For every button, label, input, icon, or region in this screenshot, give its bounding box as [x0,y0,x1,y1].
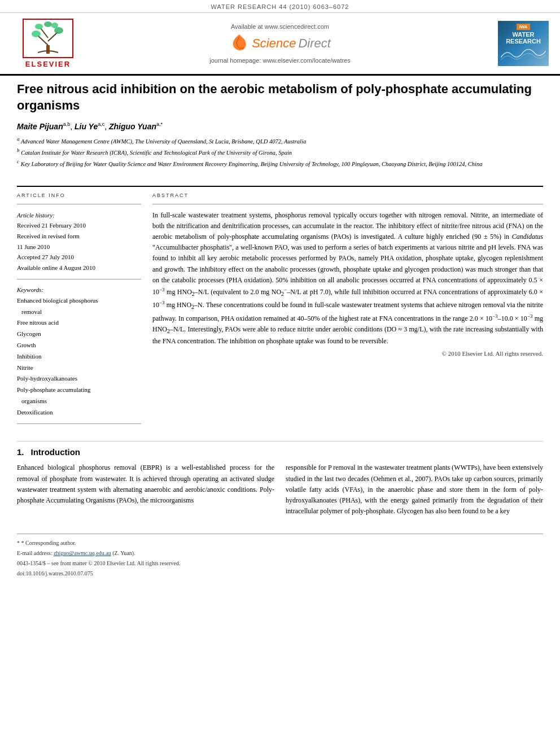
accepted-text: Accepted 27 July 2010 [17,252,141,263]
introduction-section: 1. Introduction Enhanced biological phos… [17,441,543,517]
elsevier-logo-area: ELSEVIER [11,19,85,68]
keywords-label: Keywords: [17,286,141,293]
wr-iwa-badge: IWA [517,24,530,30]
section-number: 1. [17,447,24,457]
keyword-7: Poly-hydroxyalkanoates [17,373,141,385]
journal-homepage-text: journal homepage: www.elsevier.com/locat… [85,57,475,64]
affiliations: a Advanced Water Management Centre (AWMC… [17,136,543,169]
authors-line: Maite Pijuana,b, Liu Yea,c, Zhiguo Yuana… [17,121,543,131]
received2-date-text: 11 June 2010 [17,242,141,252]
section-title: Introduction [31,447,80,457]
keyword-1: Enhanced biological phosphorus [17,295,141,307]
intro-body: Enhanced biological phosphorus removal (… [17,462,543,517]
affiliation-3-text: Key Laboratory of Beijing for Water Qual… [21,161,483,167]
author1-name: Maite Pijuan [17,122,63,131]
author-email[interactable]: zhiguo@awmc.uq.edu.au [54,550,111,556]
water-research-logo-area: IWA WATERRESEARCH [475,21,549,66]
abstract-header: ABSTRACT [152,193,543,198]
journal-citation: WATER RESEARCH 44 (2010) 6063–6072 [211,3,349,10]
article-title: Free nitrous acid inhibition on the aero… [17,81,543,113]
title-section: Free nitrous acid inhibition on the aero… [17,81,543,179]
abstract-text: In full-scale wastewater treatment syste… [152,210,543,347]
keywords-section: Keywords: Enhanced biological phosphorus… [17,286,141,418]
affiliation-1: a Advanced Water Management Centre (AWMC… [17,136,543,146]
article-history: Article history: Received 21 February 20… [17,210,141,273]
corresponding-author-note: * * Corresponding author. [17,539,543,548]
history-label: Article history: [17,210,141,221]
abstract-col: ABSTRACT In full-scale wastewater treatm… [152,193,543,430]
affiliation-1-text: Advanced Water Management Centre (AWMC),… [21,138,306,144]
svg-point-4 [32,30,41,37]
keywords-bottom-rule [17,423,141,424]
sd-brand-science: Science [252,36,296,51]
keyword-3: Glycogen [17,329,141,340]
sciencedirect-logo: ScienceDirect [85,33,475,54]
author3-sup: a,* [156,121,163,127]
elsevier-tree-icon [23,19,73,58]
author1-sup: a,b [63,121,71,127]
received1-text: Received 21 February 2010 [17,220,141,231]
water-research-logo: IWA WATERRESEARCH [498,21,549,66]
title-divider [17,186,543,187]
author2-name: Liu Ye [75,122,98,131]
affiliation-3: c Key Laboratory of Beijing for Water Qu… [17,158,543,168]
svg-rect-0 [46,45,50,54]
author2-sup: a,c [98,121,104,127]
available-at-text: Available at www.sciencedirect.com [85,23,475,30]
elsevier-logo: ELSEVIER [11,19,85,68]
page-header: ELSEVIER Available at www.sciencedirect.… [0,13,560,76]
intro-col1-text: Enhanced biological phosphorus removal (… [17,462,274,506]
keyword-1b: removal [17,307,141,318]
article-info-col: ARTICLE INFO Article history: Received 2… [17,193,141,430]
keyword-8b: organisms [17,396,141,407]
article-info-abstract: ARTICLE INFO Article history: Received 2… [17,193,543,430]
svg-point-6 [35,24,43,29]
intro-col2-text: responsible for P removal in the wastewa… [286,462,543,517]
keyword-2: Free nitrous acid [17,317,141,329]
intro-col1: Enhanced biological phosphorus removal (… [17,462,274,517]
email-line: E-mail address: zhiguo@awmc.uq.edu.au (Z… [17,549,543,558]
section-heading: 1. Introduction [17,447,543,457]
keyword-6: Nitrite [17,362,141,374]
issn-line: 0043-1354/$ – see front matter © 2010 El… [17,559,543,568]
article-content: Free nitrous acid inhibition on the aero… [0,76,560,591]
elsevier-text: ELSEVIER [25,60,71,68]
keyword-5: Inhibition [17,351,141,362]
header-center: Available at www.sciencedirect.com Scien… [85,23,475,64]
article-info-header: ARTICLE INFO [17,193,141,198]
author3-name: Zhiguo Yuan [109,122,156,131]
svg-point-8 [51,23,58,28]
keyword-9: Detoxification [17,407,141,418]
available-text: Available online 4 August 2010 [17,263,141,273]
copyright-text: © 2010 Elsevier Ltd. All rights reserved… [152,350,543,357]
doi-line: doi:10.1016/j.watres.2010.07.075 [17,569,543,578]
article-info-top-rule [17,204,141,204]
history-keywords-rule [17,279,141,279]
wr-title-text: WATERRESEARCH [506,31,541,45]
affiliation-2: b Catalan Institute for Water Research (… [17,147,543,157]
footer-section: * * Corresponding author. E-mail address… [17,534,543,578]
sd-brand-direct: Direct [298,36,330,51]
svg-line-3 [41,28,48,38]
keyword-8: Poly-phosphate accumulating [17,385,141,396]
keywords-list: Enhanced biological phosphorus removal F… [17,295,141,418]
svg-line-1 [38,36,48,45]
svg-point-7 [44,21,52,27]
received2-text: Received in revised form [17,231,141,242]
intro-col2: responsible for P removal in the wastewa… [286,462,543,517]
svg-line-2 [48,32,58,41]
journal-bar: WATER RESEARCH 44 (2010) 6063–6072 [0,0,560,13]
abstract-top-rule [152,204,543,204]
affiliation-2-text: Catalan Institute for Water Research (IC… [21,150,292,156]
star-icon: * [17,540,21,546]
footnote-corresponding: * * Corresponding author. E-mail address… [17,539,543,578]
keyword-4: Growth [17,340,141,351]
